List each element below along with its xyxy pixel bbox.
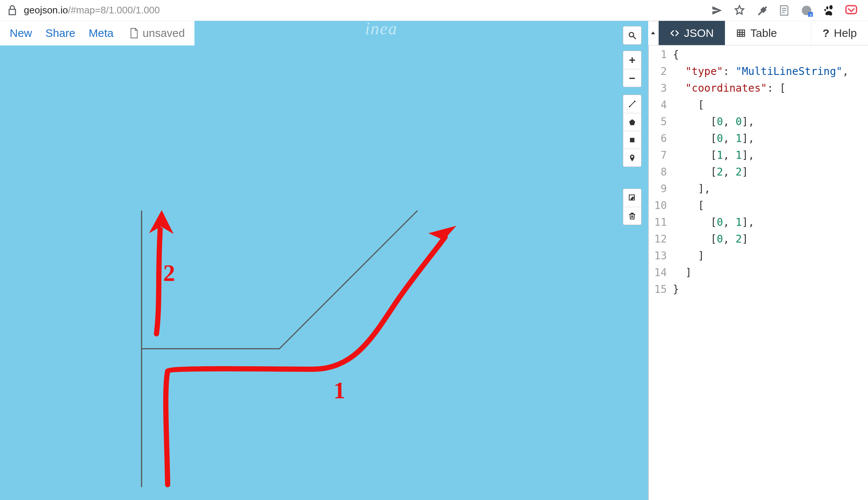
url-path: /#map=8/1.000/1.000 — [68, 4, 160, 16]
json-editor[interactable]: 123456789101112131415 { "type": "MultiLi… — [649, 45, 868, 500]
annotation-label-1: 1 — [333, 377, 345, 404]
geojson-line-1[interactable] — [142, 211, 417, 487]
rectangle-icon — [628, 136, 637, 145]
send-icon[interactable] — [711, 4, 723, 17]
ext1-icon[interactable]: x — [800, 4, 813, 17]
tab-table-label: Table — [750, 27, 777, 39]
search-button[interactable] — [623, 26, 641, 44]
star-icon[interactable] — [733, 4, 746, 17]
annotation-arrow-1 — [166, 237, 445, 485]
note-icon[interactable] — [778, 4, 791, 17]
map-edit-toolbar — [623, 189, 642, 225]
annotation-arrowhead-2 — [149, 210, 174, 234]
svg-rect-3 — [846, 6, 856, 13]
editor-code[interactable]: { "type": "MultiLineString", "coordinate… — [671, 45, 868, 500]
file-status: unsaved — [129, 27, 185, 39]
svg-marker-9 — [629, 119, 635, 125]
map-draw-toolbar — [623, 95, 642, 167]
browser-url[interactable]: geojson.io/#map=8/1.000/1.000 — [24, 4, 160, 16]
search-icon — [628, 31, 637, 40]
edit-icon — [628, 193, 637, 202]
draw-marker-button[interactable] — [623, 149, 641, 167]
polygon-icon — [628, 118, 637, 127]
svg-line-6 — [630, 101, 635, 107]
svg-point-8 — [634, 101, 636, 102]
map-overlay-svg — [0, 21, 648, 500]
tab-help[interactable]: ? Help — [811, 21, 868, 45]
map-basemap-label: inea — [365, 21, 397, 38]
svg-rect-16 — [737, 30, 745, 36]
annotation-arrow-2 — [156, 230, 160, 334]
map-search-control — [623, 26, 642, 45]
lock-icon — [6, 4, 19, 17]
draw-line-button[interactable] — [623, 95, 641, 113]
draw-polygon-button[interactable] — [623, 113, 641, 131]
menu-new[interactable]: New — [10, 27, 32, 39]
eyedropper-icon[interactable] — [755, 4, 768, 17]
annotation-arrowhead-1 — [428, 226, 456, 249]
delete-layers-button[interactable] — [623, 207, 641, 225]
editor-gutter: 123456789101112131415 — [649, 45, 671, 500]
annotation-label-2: 2 — [163, 259, 175, 287]
edit-layers-button[interactable] — [623, 189, 641, 207]
map-zoom-control: + − — [623, 51, 642, 87]
tab-json[interactable]: JSON — [659, 21, 725, 45]
pocket-icon[interactable] — [845, 4, 858, 17]
map-pane[interactable]: inea New Share Meta unsaved + − — [0, 21, 648, 500]
question-icon: ? — [823, 27, 829, 39]
file-icon — [129, 28, 139, 39]
menu-share[interactable]: Share — [45, 27, 75, 39]
svg-text:x: x — [810, 12, 812, 16]
svg-line-5 — [633, 37, 636, 39]
draw-rectangle-button[interactable] — [623, 131, 641, 149]
trash-icon — [628, 212, 637, 221]
zoom-in-button[interactable]: + — [623, 51, 641, 69]
browser-extension-icons: x — [711, 4, 862, 17]
zoom-out-button[interactable]: − — [623, 69, 641, 87]
tab-help-label: Help — [834, 27, 857, 39]
tab-table[interactable]: Table — [725, 21, 788, 45]
caret-up-icon — [650, 31, 656, 36]
file-status-label: unsaved — [143, 27, 185, 39]
code-icon — [670, 28, 679, 38]
tab-json-label: JSON — [684, 27, 714, 39]
svg-marker-15 — [651, 32, 655, 34]
right-panel: JSON Table ? Help 123456789101112131415 … — [648, 21, 868, 500]
marker-icon — [628, 154, 637, 162]
table-icon — [736, 28, 746, 38]
menu-meta[interactable]: Meta — [89, 27, 114, 39]
browser-address-bar: geojson.io/#map=8/1.000/1.000 x — [0, 0, 868, 21]
svg-point-7 — [629, 106, 630, 107]
menu-bar: New Share Meta unsaved — [0, 21, 194, 45]
gnome-foot-icon[interactable] — [823, 4, 835, 17]
svg-rect-10 — [630, 138, 634, 142]
panel-tabs: JSON Table ? Help — [649, 21, 868, 45]
polyline-icon — [628, 99, 637, 108]
url-host: geojson.io — [24, 4, 68, 16]
panel-collapse-toggle[interactable] — [648, 21, 658, 45]
